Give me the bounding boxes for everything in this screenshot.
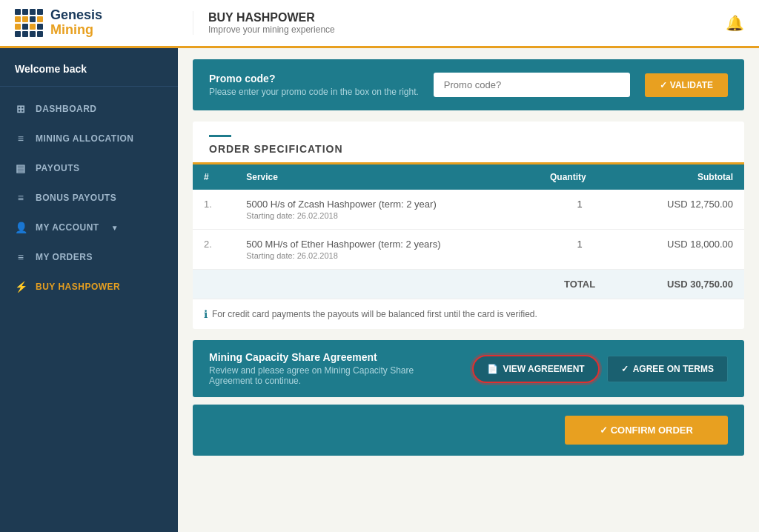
sidebar-item-dashboard[interactable]: ⊞ DASHBOARD (0, 94, 178, 124)
logo-mining: Mining (50, 23, 102, 38)
sidebar-welcome: Welcome back (0, 48, 178, 87)
header-accent-line (209, 135, 231, 137)
bonus-payouts-icon: ≡ (15, 192, 27, 204)
row2-quantity: 1 (539, 230, 620, 270)
total-label: TOTAL (539, 270, 620, 299)
sidebar-item-buy-hashpower[interactable]: ⚡ BUY HASHPOWER (0, 272, 178, 302)
info-icon: ℹ (204, 308, 208, 320)
info-note-text: For credit card payments the payouts wil… (212, 309, 537, 319)
order-table-body: 1. 5000 H/s of Zcash Hashpower (term: 2 … (193, 190, 744, 299)
sidebar-item-bonus-payouts[interactable]: ≡ BONUS PAYOUTS (0, 183, 178, 213)
table-row: 1. 5000 H/s of Zcash Hashpower (term: 2 … (193, 190, 744, 230)
row1-subtotal: USD 12,750.00 (620, 190, 744, 230)
info-note: ℹ For credit card payments the payouts w… (193, 299, 744, 329)
payouts-icon: ▤ (15, 162, 27, 174)
col-service: Service (235, 164, 539, 190)
agreement-section: Mining Capacity Share Agreement Review a… (193, 340, 744, 397)
buy-hashpower-icon: ⚡ (15, 281, 27, 293)
sidebar-label-buy-hashpower: BUY HASHPOWER (36, 282, 120, 292)
agreement-description: Review and please agree on Mining Capaci… (209, 365, 457, 386)
sidebar-label-payouts: PAYOUTS (36, 163, 80, 173)
header-title-area: BUY HASHPOWER Improve your mining experi… (193, 11, 726, 35)
view-agreement-label: VIEW AGREEMENT (503, 364, 584, 374)
validate-button[interactable]: ✓ VALIDATE (645, 73, 728, 97)
order-table-head: # Service Quantity Subtotal (193, 164, 744, 190)
col-num: # (193, 164, 235, 190)
my-orders-icon: ≡ (15, 251, 27, 263)
row1-quantity: 1 (539, 190, 620, 230)
logo-text: Genesis Mining (50, 8, 102, 38)
row1-num: 1. (193, 190, 235, 230)
promo-description: Please enter your promo code in the box … (209, 87, 419, 97)
total-empty2 (235, 270, 539, 299)
confirm-order-button[interactable]: ✓ CONFIRM ORDER (565, 416, 728, 445)
sidebar-nav: ⊞ DASHBOARD ≡ MINING ALLOCATION ▤ PAYOUT… (0, 87, 178, 309)
page-subtitle: Improve your mining experience (208, 24, 726, 35)
sidebar-label-mining-allocation: MINING ALLOCATION (36, 133, 133, 144)
col-quantity: Quantity (539, 164, 620, 190)
order-table: # Service Quantity Subtotal 1. 5000 H/s … (193, 164, 744, 299)
row2-service: 500 MH/s of Ether Hashpower (term: 2 yea… (235, 230, 539, 270)
sidebar-item-my-account[interactable]: 👤 MY ACCOUNT ▼ (0, 213, 178, 242)
confirm-section: ✓ CONFIRM ORDER (193, 405, 744, 456)
agree-terms-button[interactable]: ✓ AGREE ON TERMS (607, 356, 728, 382)
document-icon: 📄 (487, 364, 498, 374)
view-agreement-button[interactable]: 📄 VIEW AGREEMENT (472, 355, 599, 383)
row1-service: 5000 H/s of Zcash Hashpower (term: 2 yea… (235, 190, 539, 230)
sidebar-label-dashboard: DASHBOARD (36, 104, 97, 114)
checkmark-icon: ✓ (621, 364, 629, 374)
row2-service-name: 500 MH/s of Ether Hashpower (term: 2 yea… (246, 239, 528, 250)
sidebar-label-bonus-payouts: BONUS PAYOUTS (36, 193, 116, 203)
logo-dots-icon (15, 9, 43, 37)
col-subtotal: Subtotal (620, 164, 744, 190)
total-empty (193, 270, 235, 299)
agree-terms-label: AGREE ON TERMS (633, 364, 714, 374)
sidebar-item-mining-allocation[interactable]: ≡ MINING ALLOCATION (0, 124, 178, 153)
agreement-text: Mining Capacity Share Agreement Review a… (209, 351, 457, 386)
sidebar-label-my-orders: MY ORDERS (36, 252, 93, 262)
row2-service-date: Starting date: 26.02.2018 (246, 251, 528, 260)
chevron-down-icon: ▼ (111, 224, 119, 232)
promo-section: Promo code? Please enter your promo code… (193, 59, 744, 110)
order-section: ORDER SPECIFICATION # Service Quantity S… (193, 122, 744, 329)
logo-genesis: Genesis (50, 8, 102, 23)
promo-title: Promo code? (209, 73, 419, 84)
my-account-icon: 👤 (15, 222, 27, 233)
row2-num: 2. (193, 230, 235, 270)
promo-text: Promo code? Please enter your promo code… (209, 73, 419, 97)
logo-area: Genesis Mining (15, 8, 193, 38)
agreement-title: Mining Capacity Share Agreement (209, 351, 457, 363)
page-title: BUY HASHPOWER (208, 11, 726, 24)
sidebar: Welcome back ⊞ DASHBOARD ≡ MINING ALLOCA… (0, 48, 178, 532)
table-row: 2. 500 MH/s of Ether Hashpower (term: 2 … (193, 230, 744, 270)
sidebar-label-my-account: MY ACCOUNT (36, 222, 99, 233)
promo-code-input[interactable] (434, 73, 631, 97)
order-section-title: ORDER SPECIFICATION (209, 143, 728, 155)
order-header: ORDER SPECIFICATION (193, 122, 744, 164)
row1-service-date: Starting date: 26.02.2018 (246, 211, 528, 220)
total-row: TOTAL USD 30,750.00 (193, 270, 744, 299)
content-area: Promo code? Please enter your promo code… (178, 48, 759, 532)
row2-subtotal: USD 18,000.00 (620, 230, 744, 270)
header-right: 🔔 (726, 14, 744, 32)
agreement-buttons: 📄 VIEW AGREEMENT ✓ AGREE ON TERMS (472, 355, 728, 383)
total-value: USD 30,750.00 (620, 270, 744, 299)
sidebar-item-payouts[interactable]: ▤ PAYOUTS (0, 153, 178, 183)
notification-bell-icon[interactable]: 🔔 (726, 14, 744, 32)
sidebar-item-my-orders[interactable]: ≡ MY ORDERS (0, 242, 178, 272)
main-layout: Welcome back ⊞ DASHBOARD ≡ MINING ALLOCA… (0, 48, 759, 532)
mining-allocation-icon: ≡ (15, 133, 27, 144)
dashboard-icon: ⊞ (15, 103, 27, 115)
row1-service-name: 5000 H/s of Zcash Hashpower (term: 2 yea… (246, 199, 528, 210)
top-header: Genesis Mining BUY HASHPOWER Improve you… (0, 0, 759, 48)
